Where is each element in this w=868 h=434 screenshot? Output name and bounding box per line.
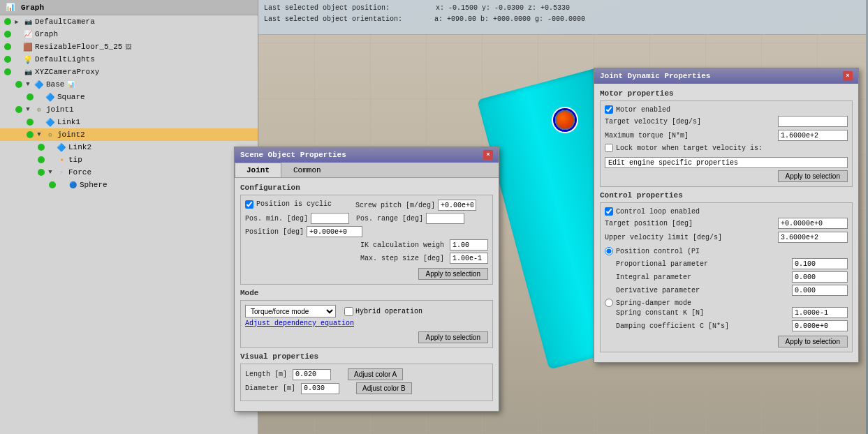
tree-item-defaultcamera[interactable]: ▶ 📷 DefaultCamera <box>0 15 258 28</box>
tab-joint[interactable]: Joint <box>235 163 281 177</box>
tree-item-force[interactable]: ▼ ⚡ Force <box>0 166 258 179</box>
expander-joint2[interactable]: ▼ <box>35 130 43 139</box>
motor-enabled-checkbox[interactable] <box>605 105 613 114</box>
config-apply-btn[interactable]: Apply to selection <box>418 268 488 280</box>
max-step-input[interactable] <box>450 253 488 264</box>
spring-damper-radio[interactable] <box>605 299 613 307</box>
tree-item-label: tip <box>68 156 82 164</box>
vis-dot <box>15 81 22 88</box>
tree-item-label: DefaultCamera <box>35 17 95 26</box>
orientation-label: Last selected object orientation: <box>264 15 402 23</box>
mode-select[interactable]: Torque/force mode Position control Veloc… <box>245 305 336 317</box>
vis-dot <box>49 181 56 188</box>
pos-range-input[interactable] <box>426 213 464 224</box>
position-cyclic-checkbox[interactable] <box>245 200 253 209</box>
tree-item-label: Base <box>46 80 64 89</box>
expander-joint1[interactable]: ▼ <box>24 105 32 114</box>
scene-props-close[interactable]: × <box>483 150 493 160</box>
tree-item-graph[interactable]: 📈 Graph <box>0 28 258 40</box>
tree-item-link2[interactable]: 🔷 Link2 <box>0 141 258 154</box>
vis-dot <box>38 144 45 151</box>
integral-label: Integral parameter <box>616 274 691 281</box>
length-input[interactable] <box>293 369 331 380</box>
tab-common[interactable]: Common <box>281 163 333 177</box>
max-torque-row: Maximum torque [N*m] <box>605 130 848 141</box>
tree-title: Graph <box>21 3 44 12</box>
color-b-btn[interactable]: Adjust color B <box>356 382 412 394</box>
expander-force[interactable]: ▼ <box>46 168 54 177</box>
expander <box>13 68 21 76</box>
tree-item-lights[interactable]: 💡 DefaultLights <box>0 53 258 66</box>
position-cyclic-check-row: Position is cyclic <box>245 200 332 209</box>
position-input[interactable] <box>307 226 362 237</box>
mode-row: Torque/force mode Position control Veloc… <box>245 305 488 317</box>
position-control-radio[interactable] <box>605 247 613 255</box>
derivative-input[interactable] <box>792 285 848 296</box>
diameter-input[interactable] <box>301 383 339 394</box>
hybrid-label: Hybrid operation <box>355 308 422 315</box>
position-row: Position [deg] <box>245 226 488 237</box>
color-a-btn[interactable]: Adjust color A <box>348 368 403 380</box>
mode-apply-btn[interactable]: Apply to selection <box>418 331 488 343</box>
tree-item-joint1[interactable]: ▼ ⚙ joint1 <box>0 103 258 116</box>
tree-item-camera-proxy[interactable]: 📷 XYZCameraProxy <box>0 66 258 78</box>
tip-icon: 🔸 <box>56 154 67 165</box>
vis-dot <box>27 131 34 138</box>
tree-item-square[interactable]: 🔷 Square <box>0 91 258 103</box>
tree-item-label: Link1 <box>57 118 80 126</box>
joint-props-close[interactable]: × <box>843 71 853 81</box>
derivative-row: Derivative parameter <box>605 285 848 296</box>
engine-props-input[interactable] <box>605 157 848 168</box>
visual-row2: Diameter [m] Adjust color B <box>245 382 488 394</box>
tree-item-label: Force <box>68 168 91 177</box>
mode-header: Mode <box>240 289 493 297</box>
tree-item-joint2[interactable]: ▼ ⚙ joint2 <box>0 128 258 141</box>
target-position-input[interactable] <box>778 218 848 229</box>
tree-item-tip[interactable]: 🔸 tip <box>0 154 258 166</box>
expander <box>13 30 21 38</box>
spring-constant-input[interactable] <box>792 307 848 318</box>
vis-dot <box>4 56 11 63</box>
info-bar: Last selected object position: x: -0.150… <box>258 0 866 35</box>
scene-props-title-bar[interactable]: Scene Object Properties × <box>235 147 499 163</box>
expander <box>46 156 54 164</box>
spring-damper-label: Spring-damper mode <box>616 299 691 307</box>
motor-enabled-row: Motor enabled <box>605 105 848 114</box>
control-header: Control properties <box>600 191 853 200</box>
integral-input[interactable] <box>792 271 848 283</box>
motor-enabled-label: Motor enabled <box>616 106 670 114</box>
tree-item-base[interactable]: ▼ 🔷 Base 📊 <box>0 78 258 91</box>
visual-header: Visual properties <box>240 352 493 361</box>
pos-min-input[interactable] <box>311 213 349 224</box>
motor-apply-area: Apply to selection <box>605 168 848 182</box>
lock-motor-checkbox[interactable] <box>605 144 613 152</box>
diameter-label: Diameter [m] <box>245 384 295 392</box>
control-apply-btn[interactable]: Apply to selection <box>778 336 848 347</box>
scene-props-dialog: Scene Object Properties × Joint Common C… <box>234 147 499 412</box>
expander[interactable]: ▶ <box>13 17 21 26</box>
expander-base[interactable]: ▼ <box>24 80 32 89</box>
tree-item-link1[interactable]: 🔷 Link1 <box>0 116 258 128</box>
link2-icon: 🔷 <box>56 142 67 153</box>
upper-velocity-input[interactable] <box>778 232 848 243</box>
adjust-dependency-link[interactable]: Adjust dependency equation <box>245 320 354 327</box>
tree-item-sphere[interactable]: 🔵 Sphere <box>0 179 258 191</box>
adjust-row: Adjust dependency equation <box>245 320 488 327</box>
target-velocity-input[interactable] <box>778 116 848 127</box>
tree-item-floor[interactable]: 🟫 ResizableFloor_5_25 🖼 <box>0 40 258 53</box>
proportional-input[interactable] <box>792 258 848 269</box>
motor-apply-btn[interactable]: Apply to selection <box>778 170 848 182</box>
joint-props-title-bar[interactable]: Joint Dynamic Properties × <box>594 68 858 84</box>
max-torque-input[interactable] <box>778 130 848 141</box>
derivative-label: Derivative parameter <box>616 287 700 294</box>
loop-enabled-checkbox[interactable] <box>605 207 613 216</box>
hybrid-checkbox[interactable] <box>344 307 353 316</box>
screw-pitch-input[interactable] <box>438 200 476 211</box>
upper-velocity-row: Upper velocity limit [deg/s] <box>605 232 848 243</box>
visual-row1: Length [m] Adjust color A <box>245 368 488 380</box>
vis-dot <box>4 68 11 75</box>
ik-weight-input[interactable] <box>450 239 488 250</box>
loop-enabled-row: Control loop enabled <box>605 207 848 216</box>
damping-input[interactable] <box>792 320 848 331</box>
expander <box>35 93 43 101</box>
